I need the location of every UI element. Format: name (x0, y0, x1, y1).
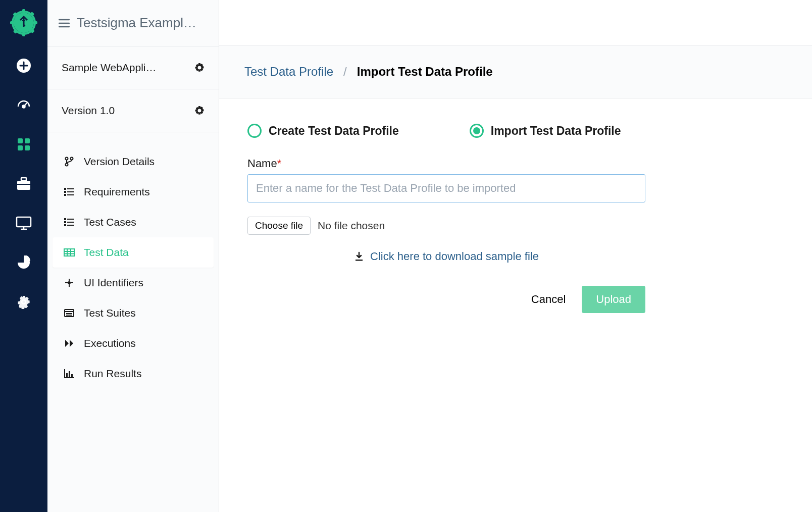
nav-rail: t (0, 0, 47, 338)
cancel-button[interactable]: Cancel (531, 293, 566, 306)
svg-point-46 (68, 282, 70, 284)
rail-item-settings[interactable] (14, 292, 34, 312)
menu-version-details[interactable]: Version Details (53, 146, 214, 177)
choose-file-button[interactable]: Choose file (247, 217, 311, 235)
svg-rect-40 (67, 225, 74, 226)
version-row[interactable]: Version 1.0 (47, 89, 219, 132)
project-title: Testsigma Exampl… (77, 15, 196, 31)
menu-label: UI Identifiers (84, 277, 143, 289)
svg-rect-3 (10, 21, 14, 24)
form-actions: Cancel Upload (247, 286, 645, 313)
menu-test-cases[interactable]: Test Cases (53, 207, 214, 237)
svg-text:t: t (22, 17, 26, 28)
svg-rect-20 (17, 217, 31, 227)
app-name: Sample WebAppli… (62, 62, 157, 74)
table-icon (64, 248, 75, 257)
breadcrumb-parent[interactable]: Test Data Profile (244, 65, 333, 79)
svg-rect-32 (67, 191, 74, 192)
svg-rect-29 (64, 188, 66, 190)
radio-icon (247, 124, 262, 138)
svg-rect-33 (64, 194, 66, 196)
radio-icon (470, 124, 484, 138)
svg-rect-15 (18, 145, 23, 150)
mode-radio-group: Create Test Data Profile Import Test Dat… (247, 124, 645, 138)
list-icon (64, 188, 75, 196)
window-icon (64, 309, 75, 317)
menu-label: Test Suites (84, 307, 136, 319)
download-sample-text: Click here to download sample file (370, 250, 539, 263)
gear-icon[interactable] (194, 63, 205, 73)
svg-rect-34 (67, 194, 74, 195)
name-label: Name* (247, 157, 645, 170)
menu-test-suites[interactable]: Test Suites (53, 298, 214, 328)
subnav-title-row[interactable]: Testsigma Exampl… (47, 0, 219, 46)
download-icon (354, 251, 364, 262)
rail-item-dashboard[interactable] (14, 95, 34, 115)
file-status: No file chosen (318, 220, 385, 232)
svg-rect-13 (18, 138, 23, 143)
menu-ui-identifiers[interactable]: UI Identifiers (53, 268, 214, 298)
breadcrumb-sep: / (343, 65, 347, 79)
menu-label: Executions (84, 337, 136, 338)
form-panel: Create Test Data Profile Import Test Dat… (219, 98, 674, 338)
name-input[interactable] (247, 174, 645, 202)
download-sample-link[interactable]: Click here to download sample file (354, 250, 539, 263)
rail-item-apps[interactable] (14, 134, 34, 155)
svg-rect-14 (25, 138, 30, 143)
rail-item-add[interactable] (14, 56, 34, 76)
svg-rect-4 (33, 21, 37, 24)
subnav: Testsigma Exampl… Sample WebAppli… Versi… (47, 0, 219, 338)
radio-label: Create Test Data Profile (269, 124, 399, 138)
branch-icon (64, 157, 75, 167)
menu-label: Version Details (84, 156, 155, 168)
crosshair-icon (64, 278, 75, 287)
svg-rect-39 (64, 224, 66, 226)
svg-point-26 (66, 158, 68, 160)
download-sample-row: Click here to download sample file (247, 250, 645, 264)
list-icon (64, 218, 75, 226)
gear-icon[interactable] (194, 106, 205, 116)
rail-item-reports[interactable] (14, 252, 34, 273)
breadcrumb-current: Import Test Data Profile (357, 65, 493, 79)
upload-button[interactable]: Upload (582, 286, 645, 313)
svg-rect-30 (67, 188, 74, 189)
svg-rect-18 (21, 178, 26, 181)
app-row[interactable]: Sample WebAppli… (47, 46, 219, 89)
header-spacer (219, 0, 812, 45)
required-asterisk: * (277, 157, 282, 170)
radio-import[interactable]: Import Test Data Profile (470, 124, 621, 138)
svg-rect-1 (22, 9, 25, 13)
svg-rect-17 (17, 181, 30, 190)
breadcrumb: Test Data Profile / Import Test Data Pro… (219, 45, 812, 98)
svg-rect-31 (64, 191, 66, 193)
rail-item-desktop[interactable] (14, 213, 34, 233)
subnav-menu: Version Details Requirements Test Cases … (47, 132, 219, 338)
svg-point-28 (66, 164, 68, 166)
logo: t (10, 9, 37, 36)
menu-executions[interactable]: Executions (53, 328, 214, 338)
file-picker-row: Choose file No file chosen (247, 217, 645, 235)
svg-rect-41 (64, 249, 74, 256)
radio-create[interactable]: Create Test Data Profile (247, 124, 399, 138)
svg-rect-37 (64, 221, 66, 223)
svg-rect-16 (25, 145, 30, 150)
rail-item-briefcase[interactable] (14, 174, 34, 194)
svg-rect-2 (22, 32, 25, 36)
svg-rect-19 (17, 184, 30, 185)
menu-label: Test Data (84, 246, 129, 259)
menu-test-data[interactable]: Test Data (53, 237, 214, 268)
svg-rect-38 (67, 222, 74, 223)
svg-rect-36 (67, 219, 74, 220)
svg-rect-35 (64, 218, 66, 220)
version-label: Version 1.0 (62, 105, 115, 117)
menu-requirements[interactable]: Requirements (53, 177, 214, 207)
svg-rect-56 (356, 260, 363, 261)
hamburger-icon (59, 19, 70, 28)
radio-label: Import Test Data Profile (491, 124, 621, 138)
name-label-text: Name (247, 157, 277, 170)
main: Test Data Profile / Import Test Data Pro… (219, 0, 812, 338)
menu-label: Requirements (84, 186, 150, 198)
menu-label: Test Cases (84, 216, 136, 228)
svg-point-27 (71, 158, 73, 160)
